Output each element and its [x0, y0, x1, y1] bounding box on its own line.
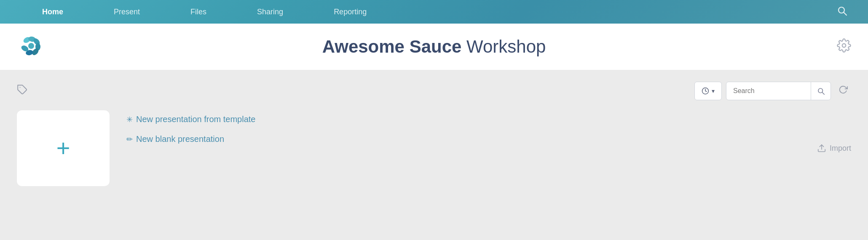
search-container — [726, 82, 831, 100]
content-area: ▾ + — [0, 70, 868, 240]
refresh-button[interactable] — [835, 83, 851, 99]
new-blank-option[interactable]: ✏ New blank presentation — [126, 134, 255, 144]
blank-label: New blank presentation — [136, 134, 224, 144]
search-input[interactable] — [726, 87, 811, 95]
toolbar-row: ▾ — [17, 82, 851, 100]
nav-sharing[interactable]: Sharing — [232, 0, 308, 24]
header-bar: Awesome Sauce Workshop — [0, 24, 868, 70]
svg-point-0 — [839, 7, 844, 13]
plus-icon: + — [56, 136, 70, 160]
search-button[interactable] — [811, 82, 830, 100]
cards-area: + ✳ New presentation from template ✏ New… — [17, 110, 851, 186]
import-button[interactable]: Import — [817, 144, 851, 153]
template-label: New presentation from template — [136, 115, 255, 124]
svg-line-1 — [844, 13, 847, 15]
tag-icon[interactable] — [17, 84, 28, 98]
sort-dropdown-arrow: ▾ — [712, 88, 715, 94]
nav-files[interactable]: Files — [165, 0, 232, 24]
import-label: Import — [830, 144, 851, 153]
toolbar-right: ▾ — [694, 82, 851, 100]
svg-point-13 — [818, 88, 823, 93]
nav-home[interactable]: Home — [17, 0, 88, 24]
sort-button[interactable]: ▾ — [694, 82, 722, 100]
nav-links: Home Present Files Sharing Reporting — [17, 0, 833, 24]
svg-point-10 — [842, 43, 846, 47]
nav-search-icon[interactable] — [833, 5, 851, 18]
nav-reporting[interactable]: Reporting — [308, 0, 392, 24]
new-from-template-option[interactable]: ✳ New presentation from template — [126, 115, 255, 124]
nav-bar: Home Present Files Sharing Reporting — [0, 0, 868, 24]
page-title: Awesome Sauce Workshop — [322, 37, 546, 57]
new-options: ✳ New presentation from template ✏ New b… — [126, 110, 255, 144]
svg-point-9 — [28, 43, 34, 49]
nav-present[interactable]: Present — [88, 0, 165, 24]
pencil-icon: ✏ — [126, 135, 133, 144]
new-presentation-card[interactable]: + — [17, 110, 110, 186]
svg-line-14 — [822, 93, 825, 95]
settings-icon[interactable] — [837, 38, 851, 56]
logo — [17, 32, 46, 62]
template-icon: ✳ — [126, 115, 133, 124]
